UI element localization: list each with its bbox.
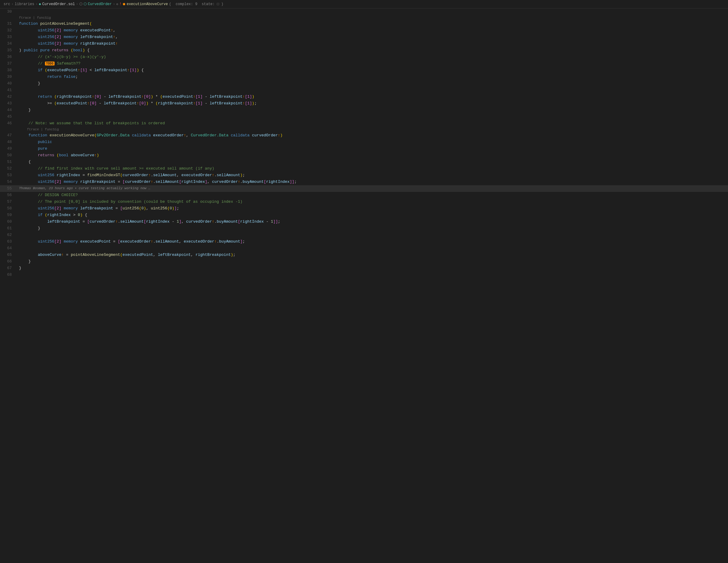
code-line-46: 46 // Note: we assume that the list of b…	[0, 120, 728, 127]
code-line-30: 30	[0, 8, 728, 15]
code-line-61: 61 }	[0, 225, 728, 232]
code-line-50: 50 returns (bool aboveCurve↑)	[0, 152, 728, 159]
bc-funcname: executionAboveCurve	[127, 2, 168, 6]
code-line-42: 42 return (rightBreakpoint↑[0] - leftBre…	[0, 93, 728, 100]
code-line-65: 65 aboveCurve↑ = pointAboveLineSegment(e…	[0, 251, 728, 258]
code-line-47: 47 function executionAboveCurve(GPv2Orde…	[0, 132, 728, 139]
bc-class-icon2: ⬡	[84, 2, 87, 6]
code-line-64: 64	[0, 245, 728, 251]
code-line-43: 43 >= (executedPoint↑[0] - leftBreakpoin…	[0, 100, 728, 107]
code-line-58: 58 uint256[2] memory leftBreakpoint = [u…	[0, 205, 728, 212]
code-line-60: 60 leftBreakpoint = [curvedOrder↑.sellAm…	[0, 218, 728, 225]
code-line-31: 31 function pointAboveLineSegment(	[0, 21, 728, 27]
code-line-67: 67 }	[0, 265, 728, 271]
code-line-32: 32 uint256[2] memory executedPoint↑,	[0, 27, 728, 34]
bc-libraries: libraries	[15, 2, 34, 6]
breadcrumb-bar: src › libraries › ◆ CurvedOrder.sol › ⬡ …	[0, 0, 728, 8]
code-line-49: 49 pure	[0, 145, 728, 152]
code-line-44: 44 }	[0, 107, 728, 113]
bc-classname: CurvedOrder	[88, 2, 112, 6]
code-line-39: 39 return false;	[0, 74, 728, 80]
code-line-66: 66 }	[0, 258, 728, 265]
bc-sep-4: ›	[113, 2, 115, 6]
bc-src: src	[4, 2, 10, 6]
annotation-ftrace-1: ftrace | funcSig	[0, 15, 728, 21]
code-line-55: 55 Thomas Bosman, 23 hours ago • curve t…	[0, 185, 728, 192]
code-line-52: 52 // find first index with curve sell a…	[0, 165, 728, 172]
bc-sep-2: ›	[36, 2, 38, 6]
code-line-36: 36 // (x'-x)(b-y) >= (a-x)(y'-y)	[0, 54, 728, 60]
code-line-33: 33 uint256[2] memory leftBreakpoint↑,	[0, 34, 728, 40]
code-line-38: 38 if (executedPoint↑[1] < leftBreakpoin…	[0, 67, 728, 74]
bc-warning-icon: !	[119, 2, 122, 6]
bc-func-icon: ⊙	[116, 2, 118, 6]
code-line-37: 37 // TODO Safemath??	[0, 60, 728, 67]
code-line-68: 68	[0, 271, 728, 278]
bc-diamond-icon: ◆	[39, 2, 41, 6]
annotation-ftrace-2: ftrace | funcSig	[0, 127, 728, 132]
bc-sep-3: ›	[76, 2, 78, 6]
code-line-53: 53 uint256 rightIndex = findMinIndexGT(c…	[0, 172, 728, 179]
code-line-62: 62	[0, 232, 728, 238]
code-line-40: 40 }	[0, 80, 728, 87]
code-line-48: 48 public	[0, 139, 728, 145]
code-line-56: 56 // DESIGN CHOICE?	[0, 192, 728, 198]
code-line-35: 35 ) public pure returns (bool) {	[0, 47, 728, 54]
code-line-59: 59 if (rightIndex > 0) {	[0, 212, 728, 218]
code-line-57: 57 // The point [0,0] is included by con…	[0, 198, 728, 205]
bc-filename[interactable]: CurvedOrder.sol	[42, 2, 75, 6]
bc-func-icon2: ⬟	[123, 2, 125, 6]
bc-class-icon: ⬡	[79, 2, 82, 6]
code-line-51: 51 {	[0, 159, 728, 165]
bc-meta: ( complex: 9 state: □ )	[169, 2, 223, 6]
code-line-41: 41	[0, 87, 728, 93]
code-line-45: 45	[0, 113, 728, 120]
code-area: 30 ftrace | funcSig 31 function pointAbo…	[0, 8, 728, 278]
code-line-63: 63 uint256[2] memory executedPoint = [ex…	[0, 238, 728, 245]
code-line-54: 54 uint256[2] memory rightBreakpoint = […	[0, 179, 728, 185]
bc-sep-1: ›	[11, 2, 14, 6]
code-line-34: 34 uint256[2] memory rightBreakpoint↑	[0, 40, 728, 47]
